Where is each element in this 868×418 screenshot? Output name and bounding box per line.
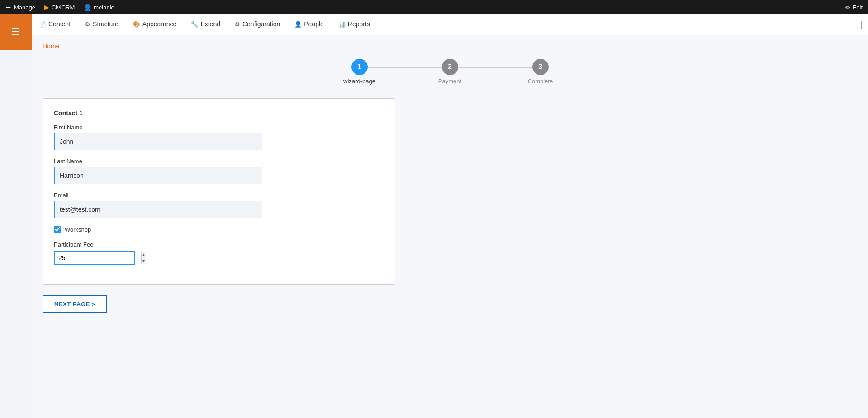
home-link[interactable]: Home	[43, 43, 59, 50]
configuration-icon: ⚙	[235, 21, 240, 28]
next-page-button[interactable]: NEXT PAGE >	[43, 295, 107, 313]
fee-input-wrapper: ▲ ▼	[54, 251, 135, 265]
first-name-label: First Name	[54, 124, 384, 131]
wizard-step-number-2: 2	[448, 63, 452, 71]
nav-people-label: People	[304, 20, 324, 28]
nav-configuration-label: Configuration	[242, 20, 280, 28]
wizard-step-3: 3 Complete	[495, 59, 586, 85]
email-input[interactable]	[54, 201, 262, 218]
email-group: Email	[54, 192, 384, 218]
manage-menu[interactable]: ☰ Manage	[5, 4, 35, 11]
structure-icon: ⚙	[85, 21, 90, 28]
nav-bar-right-toggle[interactable]: |	[860, 20, 868, 29]
participant-fee-input[interactable]	[55, 252, 141, 264]
user-label: melanie	[94, 4, 114, 11]
wizard-step-circle-3: 3	[532, 59, 549, 75]
workshop-checkbox[interactable]	[54, 226, 61, 233]
content-icon: 📄	[39, 21, 46, 28]
nav-bar: 📄 Content ⚙ Structure 🎨 Appearance 🔧 Ext…	[0, 14, 868, 35]
nav-item-configuration[interactable]: ⚙ Configuration	[228, 14, 287, 35]
main-content: Home 1 wizard-page 2 Payment 3 Complet	[32, 35, 868, 418]
first-name-group: First Name	[54, 124, 384, 150]
nav-appearance-label: Appearance	[142, 20, 177, 28]
nav-item-extend[interactable]: 🔧 Extend	[184, 14, 228, 35]
nav-content-label: Content	[48, 20, 71, 28]
wizard-step-label-2: Payment	[438, 78, 461, 85]
last-name-input[interactable]	[54, 167, 262, 184]
hamburger-icon: ☰	[5, 4, 11, 11]
nav-item-content[interactable]: 📄 Content	[32, 14, 78, 35]
email-label: Email	[54, 192, 384, 199]
contact-title: Contact 1	[54, 109, 384, 117]
nav-item-structure[interactable]: ⚙ Structure	[78, 14, 126, 35]
extend-icon: 🔧	[191, 21, 198, 28]
civicrm-logo[interactable]: ▶ CiviCRM	[44, 4, 75, 11]
participant-fee-label: Participant Fee	[54, 241, 384, 248]
appearance-icon: 🎨	[133, 21, 140, 28]
wizard-step-number-3: 3	[538, 63, 542, 71]
nav-reports-label: Reports	[348, 20, 370, 28]
last-name-label: Last Name	[54, 158, 384, 165]
nav-item-appearance[interactable]: 🎨 Appearance	[126, 14, 184, 35]
breadcrumb[interactable]: Home	[43, 43, 857, 50]
wizard-step-label-1: wizard-page	[343, 78, 375, 85]
nav-extend-label: Extend	[200, 20, 220, 28]
sidebar-toggle[interactable]: ☰	[0, 14, 32, 50]
user-menu[interactable]: 👤 melanie	[84, 4, 114, 11]
nav-item-people[interactable]: 👤 People	[287, 14, 331, 35]
first-name-input[interactable]	[54, 133, 262, 150]
people-icon: 👤	[294, 21, 302, 28]
admin-bar-left: ☰ Manage ▶ CiviCRM 👤 melanie	[5, 4, 114, 11]
pencil-icon: ✏	[845, 4, 850, 11]
civicrm-label: CiviCRM	[52, 4, 75, 11]
fee-spinner-up[interactable]: ▲	[142, 252, 146, 258]
wizard-step-1: 1 wizard-page	[314, 59, 405, 85]
fee-spinner-down[interactable]: ▼	[142, 258, 146, 264]
workshop-row: Workshop	[54, 226, 384, 233]
workshop-label: Workshop	[65, 226, 91, 233]
sidebar-toggle-icon: ☰	[11, 26, 20, 38]
user-icon: 👤	[84, 4, 91, 11]
edit-label: Edit	[853, 4, 863, 11]
civicrm-icon: ▶	[44, 4, 49, 11]
wizard-step-label-3: Complete	[528, 78, 553, 85]
admin-bar: ☰ Manage ▶ CiviCRM 👤 melanie ✏ Edit	[0, 0, 868, 14]
nav-structure-label: Structure	[93, 20, 119, 28]
wizard-step-circle-2: 2	[442, 59, 458, 75]
admin-bar-right: ✏ Edit	[845, 4, 863, 11]
wizard-steps: 1 wizard-page 2 Payment 3 Complete	[43, 59, 857, 85]
participant-fee-group: Participant Fee ▲ ▼	[54, 241, 384, 265]
last-name-group: Last Name	[54, 158, 384, 184]
nav-item-reports[interactable]: 📊 Reports	[331, 14, 377, 35]
reports-icon: 📊	[338, 21, 346, 28]
wizard-step-number-1: 1	[357, 63, 361, 71]
form-card: Contact 1 First Name Last Name Email Wor…	[43, 98, 395, 285]
manage-label: Manage	[14, 4, 35, 11]
edit-button[interactable]: ✏ Edit	[845, 4, 863, 11]
fee-spinner: ▲ ▼	[141, 252, 146, 264]
wizard-step-2: 2 Payment	[405, 59, 495, 85]
wizard-step-circle-1: 1	[351, 59, 368, 75]
